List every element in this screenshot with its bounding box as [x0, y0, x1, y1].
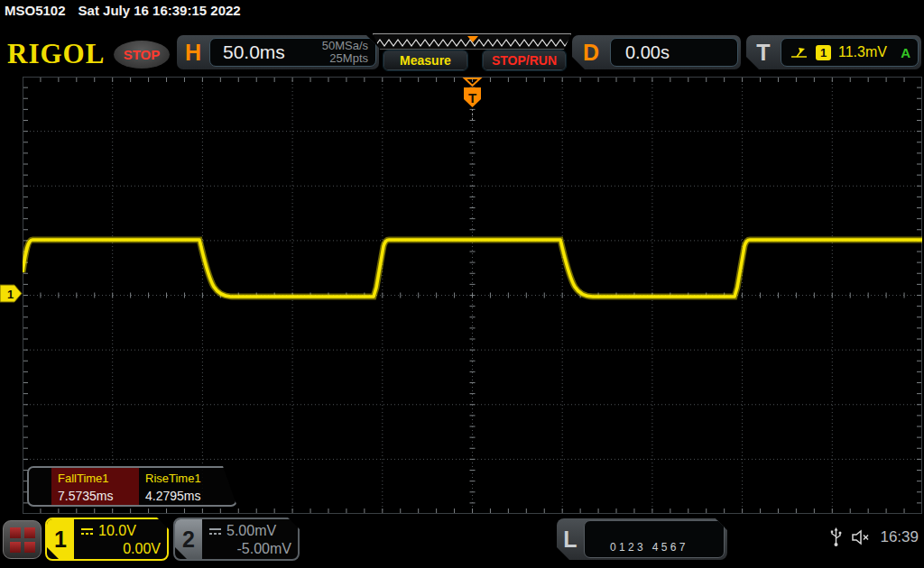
grid-icon	[10, 527, 35, 553]
trigger-level-value: 11.3mV	[838, 44, 887, 60]
channel2-scale: 5.00mV	[226, 522, 276, 540]
logic-analyzer-status-box[interactable]: L 0 1 2 3 4 5 6 7 8 9 10 11 12 13 14 15	[557, 518, 727, 560]
trigger-settings-box[interactable]: T 1 11.3mV A	[746, 35, 921, 69]
trigger-label: T	[746, 35, 781, 69]
measurement-results-panel[interactable]: FallTime1 7.5735ms RiseTime1 4.2795ms	[27, 466, 237, 507]
channel1-scale: 10.0V	[98, 522, 136, 540]
sample-rate: 50MSa/s	[322, 39, 368, 52]
channel-menu-button[interactable]	[3, 520, 42, 559]
measure-button[interactable]: Measure	[383, 50, 467, 70]
digital-channel-list: 0 1 2 3 4 5 6 7 8 9 10 11 12 13 14 15	[584, 520, 725, 558]
delay-value: 0.00s	[625, 42, 670, 63]
datetime: Sat July 16 16:39:15 2022	[79, 3, 241, 18]
horizontal-settings-box[interactable]: H 50.0ms 50MSa/s 25Mpts	[177, 35, 379, 69]
title-bar: MSO5102Sat July 16 16:39:15 2022	[5, 3, 254, 18]
ch1-axis-marker[interactable]: 1	[0, 284, 23, 303]
channel1-status-box[interactable]: 1 10.0V 0.00V	[45, 518, 169, 561]
dc-coupling-icon	[208, 527, 222, 536]
acquisition-info: 50MSa/s 25Mpts	[322, 40, 368, 65]
svg-text:T: T	[468, 90, 476, 105]
waveform-display-area[interactable]: T	[23, 77, 922, 514]
trigger-source-badge: 1	[816, 45, 831, 60]
timebase-value: 50.0ms	[223, 41, 285, 63]
measurement-item-risetime[interactable]: RiseTime1 4.2795ms	[139, 468, 226, 505]
graticule: T	[23, 77, 922, 514]
trigger-sweep-mode: A	[901, 45, 910, 60]
measurement-value: 7.5735ms	[58, 489, 139, 503]
channel2-badge: 2	[175, 519, 202, 559]
stop-run-button[interactable]: STOP/RUN	[483, 50, 566, 70]
channel1-offset: 0.00V	[80, 540, 161, 558]
preview-zigzag-icon	[374, 34, 570, 49]
svg-text:1: 1	[7, 288, 14, 301]
channel2-offset: -5.00mV	[208, 540, 291, 558]
status-tray: 16:39	[830, 527, 919, 547]
dc-coupling-icon	[80, 527, 94, 536]
delay-settings-box[interactable]: D 0.00s	[572, 35, 741, 69]
measurement-name: FallTime1	[58, 472, 139, 485]
measurement-name: RiseTime1	[145, 472, 226, 485]
speaker-muted-icon[interactable]	[851, 529, 871, 545]
oscilloscope-screen: MSO5102Sat July 16 16:39:15 2022 RIGOL S…	[0, 0, 924, 568]
logic-label: L	[557, 518, 584, 560]
waveform-memory-preview[interactable]	[373, 33, 571, 50]
rigol-logo: RIGOL	[7, 38, 105, 70]
channel2-status-box[interactable]: 2 5.00mV -5.00mV	[173, 518, 300, 561]
measurement-item-falltime[interactable]: FallTime1 7.5735ms	[51, 468, 139, 505]
channel1-badge: 1	[47, 519, 74, 559]
horizontal-label: H	[177, 35, 209, 69]
digital-row-1: 0 1 2 3 4 5 6 7	[610, 541, 685, 554]
trigger-slope-icon	[790, 45, 808, 60]
run-state-indicator: STOP	[114, 41, 170, 69]
trigger-position-marker[interactable]: T	[464, 78, 481, 122]
clock: 16:39	[880, 528, 919, 546]
model-name: MSO5102	[5, 3, 66, 18]
delay-label: D	[572, 35, 610, 69]
measurement-value: 4.2795ms	[145, 489, 226, 503]
usb-icon[interactable]	[830, 527, 842, 547]
memory-depth: 25Mpts	[329, 51, 368, 65]
